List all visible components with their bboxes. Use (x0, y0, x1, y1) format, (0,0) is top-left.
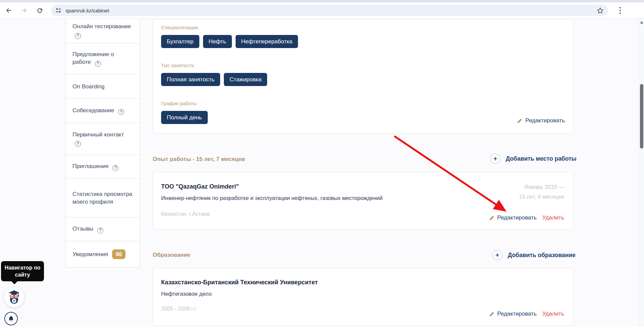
sidebar-item-first-contact[interactable]: Первичный контакт ? (66, 123, 139, 155)
sidebar-item-label: On Boarding (72, 83, 104, 90)
position-title: Инженер-нефтяник по разработке и эксплуа… (161, 195, 565, 201)
edit-preferences-button[interactable]: Редактировать (517, 117, 565, 124)
help-icon[interactable]: ? (118, 109, 124, 115)
edit-preferences-label: Редактировать (526, 117, 565, 124)
sidebar-item-label: Статистика просмотра моего профиля (72, 190, 133, 206)
reload-button[interactable] (33, 4, 46, 17)
education-section-header: Образование (153, 252, 190, 258)
sidebar-item-notifications[interactable]: Уведомления 60 (66, 241, 139, 267)
app-root: qsamruk.kz/cabinet Онлайн тестирование ?… (0, 0, 644, 327)
specialization-tag: Бухгалтер (161, 35, 199, 48)
company-name: ТОО "QazaqGaz Onimderi" (161, 183, 565, 190)
reload-icon (36, 7, 43, 14)
university-name: Казахстанско-Британский Технический Унив… (161, 279, 565, 286)
edit-experience-button[interactable]: Редактировать (489, 214, 537, 221)
sidebar-item-label: Отзывы (72, 226, 93, 232)
forward-arrow-icon (20, 7, 28, 14)
sidebar-item-label: Онлайн тестирование (72, 23, 131, 30)
sidebar-item-profile-view-stats[interactable]: Статистика просмотра моего профиля (66, 178, 139, 217)
browser-toolbar: qsamruk.kz/cabinet (0, 0, 644, 18)
work-schedule-tag: Полный день (161, 111, 208, 124)
pencil-icon (489, 215, 495, 221)
sidebar-nav: Онлайн тестирование ? Предложение о рабо… (65, 18, 140, 268)
notifications-count-badge: 60 (112, 249, 126, 259)
work-date-start: Январь 2010 — (519, 182, 564, 192)
sidebar-item-invitations[interactable]: Приглашения ? (66, 155, 139, 178)
sidebar-item-onboarding[interactable]: On Boarding (66, 74, 139, 98)
url-bar[interactable]: qsamruk.kz/cabinet (51, 5, 608, 16)
employment-type-tag: Полная занятость (161, 73, 220, 86)
sidebar-item-label: Первичный контакт (72, 131, 124, 138)
employment-type-tag: Стажировка (224, 73, 267, 86)
site-navigator-avatar[interactable] (4, 287, 24, 308)
add-workplace-label: Добавить место работы (506, 155, 577, 162)
bell-icon (7, 315, 15, 322)
pencil-icon (517, 118, 523, 124)
site-navigator-tooltip: Навигатор по сайту (1, 261, 44, 281)
help-icon[interactable]: ? (75, 33, 81, 39)
sidebar-item-label: Уведомления (72, 250, 108, 258)
scrollbar-up-arrow-icon[interactable] (640, 21, 643, 24)
sidebar-item-job-offer[interactable]: Предложение о работе ? (66, 43, 139, 74)
back-arrow-icon (5, 7, 12, 14)
delete-education-button[interactable]: Удалить (542, 311, 564, 317)
experience-section-header: Опыт работы - 15 лет, 7 месяцев (153, 156, 245, 163)
add-education-button[interactable]: + Добавить образование (492, 250, 576, 260)
study-field: Нефтегазовое дело (161, 291, 565, 297)
back-button[interactable] (2, 4, 15, 17)
sidebar-item-label: Приглашения (72, 163, 109, 169)
plus-icon: + (490, 154, 500, 164)
work-schedule-label: График работы (161, 100, 565, 106)
sidebar-item-label: Собеседование (72, 107, 114, 114)
add-workplace-button[interactable]: + Добавить место работы (490, 154, 577, 164)
specialization-tag: Нефть (203, 35, 232, 48)
work-duration: 15 лет, 6 месяцев (519, 192, 564, 202)
forward-button[interactable] (17, 4, 31, 17)
owl-mascot-icon (6, 289, 22, 305)
sidebar-item-interview[interactable]: Собеседование ? (66, 98, 139, 123)
edit-education-button[interactable]: Редактировать (489, 311, 537, 317)
sidebar-item-label: Предложение о работе (72, 51, 114, 65)
tab-strip (0, 0, 644, 2)
experience-entry-card: ТОО "QazaqGaz Onimderi" Инженер-нефтяник… (153, 172, 573, 230)
vertical-scrollbar[interactable] (639, 18, 644, 327)
sidebar-item-reviews[interactable]: Отзывы ? (66, 217, 139, 241)
edit-education-label: Редактировать (497, 311, 537, 317)
sidebar-item-online-testing[interactable]: Онлайн тестирование ? (66, 18, 139, 43)
help-icon[interactable]: ? (75, 141, 81, 147)
help-icon[interactable]: ? (112, 165, 118, 171)
add-education-label: Добавить образование (508, 252, 576, 259)
bookmark-star-icon[interactable] (596, 7, 604, 14)
notifications-bell-button[interactable] (4, 312, 18, 325)
url-text[interactable]: qsamruk.kz/cabinet (66, 8, 596, 13)
site-info-icon[interactable] (55, 7, 62, 14)
delete-experience-button[interactable]: Удалить (542, 214, 564, 221)
edit-experience-label: Редактировать (497, 214, 537, 221)
education-entry-card: Казахстанско-Британский Технический Унив… (153, 268, 573, 326)
specialization-tag: Нефтепереработка (236, 35, 298, 48)
browser-menu-button[interactable] (616, 6, 624, 15)
help-icon[interactable]: ? (95, 61, 101, 67)
specializations-label: Специализации (161, 25, 565, 30)
scrollbar-thumb[interactable] (640, 84, 643, 149)
profile-preferences-card: Специализации Бухгалтер Нефть Нефтеперер… (153, 19, 573, 134)
plus-icon: + (492, 250, 502, 260)
pencil-icon (489, 311, 495, 317)
employment-type-label: Тип занятости (161, 63, 565, 68)
help-icon[interactable]: ? (97, 228, 103, 234)
